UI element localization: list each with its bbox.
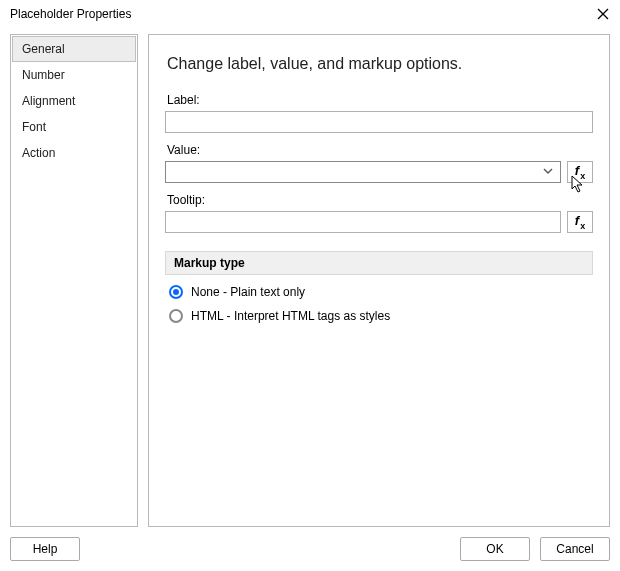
button-label: Help: [33, 542, 58, 556]
page-heading: Change label, value, and markup options.: [167, 55, 593, 73]
markup-radio-none[interactable]: None - Plain text only: [169, 285, 593, 299]
label-field-row: Label:: [165, 93, 593, 133]
markup-section-header: Markup type: [165, 251, 593, 275]
radio-label: HTML - Interpret HTML tags as styles: [191, 309, 390, 323]
sidebar-item-label: Action: [22, 146, 55, 160]
chevron-down-icon: [542, 165, 554, 180]
fx-icon: fx: [575, 213, 585, 231]
tooltip-field-row: Tooltip: fx: [165, 193, 593, 233]
sidebar-item-label: Font: [22, 120, 46, 134]
cancel-button[interactable]: Cancel: [540, 537, 610, 561]
main-panel: Change label, value, and markup options.…: [148, 34, 610, 527]
sidebar-item-alignment[interactable]: Alignment: [12, 88, 136, 114]
sidebar-item-action[interactable]: Action: [12, 140, 136, 166]
sidebar-item-label: General: [22, 42, 65, 56]
sidebar-item-font[interactable]: Font: [12, 114, 136, 140]
value-combobox[interactable]: [165, 161, 561, 183]
dialog-window: Placeholder Properties General Number Al…: [0, 0, 620, 571]
titlebar: Placeholder Properties: [0, 0, 620, 28]
tooltip-field-label: Tooltip:: [167, 193, 593, 207]
close-button[interactable]: [594, 5, 612, 23]
ok-button[interactable]: OK: [460, 537, 530, 561]
radio-icon: [169, 309, 183, 323]
dialog-footer: Help OK Cancel: [0, 531, 620, 571]
sidebar-item-number[interactable]: Number: [12, 62, 136, 88]
cursor-icon: [571, 175, 587, 195]
dialog-body: General Number Alignment Font Action Cha…: [0, 28, 620, 531]
value-field-label: Value:: [167, 143, 593, 157]
label-field-label: Label:: [167, 93, 593, 107]
sidebar-item-general[interactable]: General: [12, 36, 136, 62]
tooltip-expression-button[interactable]: fx: [567, 211, 593, 233]
value-field-row: Value: fx: [165, 143, 593, 183]
radio-label: None - Plain text only: [191, 285, 305, 299]
button-label: OK: [486, 542, 503, 556]
radio-icon: [169, 285, 183, 299]
label-input[interactable]: [165, 111, 593, 133]
button-label: Cancel: [556, 542, 593, 556]
markup-radio-html[interactable]: HTML - Interpret HTML tags as styles: [169, 309, 593, 323]
help-button[interactable]: Help: [10, 537, 80, 561]
sidebar-item-label: Number: [22, 68, 65, 82]
window-title: Placeholder Properties: [10, 7, 594, 21]
tooltip-input[interactable]: [165, 211, 561, 233]
close-icon: [597, 8, 609, 20]
sidebar: General Number Alignment Font Action: [10, 34, 138, 527]
sidebar-item-label: Alignment: [22, 94, 75, 108]
